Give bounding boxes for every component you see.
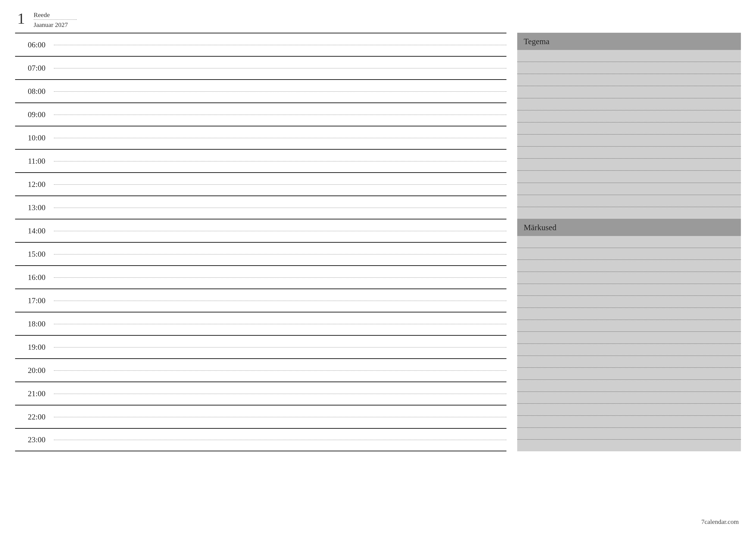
notes-line — [517, 308, 741, 320]
hour-row: 20:00 — [15, 358, 506, 382]
todo-line — [517, 74, 741, 86]
hour-row: 16:00 — [15, 265, 506, 289]
todo-line — [517, 62, 741, 74]
day-number: 1 — [17, 11, 25, 26]
hour-label: 11:00 — [15, 157, 52, 165]
notes-line — [517, 296, 741, 308]
notes-line — [517, 260, 741, 272]
hour-label: 21:00 — [15, 389, 52, 398]
hour-row: 13:00 — [15, 195, 506, 219]
notes-line — [517, 284, 741, 296]
sidebar: Tegema Märkused — [517, 33, 741, 451]
notes-header: Märkused — [517, 219, 741, 236]
notes-line — [517, 428, 741, 440]
notes-line — [517, 416, 741, 428]
todo-line — [517, 50, 741, 62]
hour-label: 22:00 — [15, 412, 52, 421]
hour-row: 23:00 — [15, 428, 506, 451]
hour-label: 19:00 — [15, 343, 52, 352]
month-year-label: Jaanuar 2027 — [34, 21, 77, 28]
notes-line — [517, 272, 741, 284]
todo-line — [517, 195, 741, 207]
hour-schedule: 06:0007:0008:0009:0010:0011:0012:0013:00… — [15, 33, 506, 451]
hour-row: 14:00 — [15, 219, 506, 242]
hour-label: 23:00 — [15, 435, 52, 444]
footer-site: 7calendar.com — [701, 518, 739, 525]
hour-label: 14:00 — [15, 226, 52, 235]
day-meta: Reede Jaanuar 2027 — [34, 11, 77, 28]
planner-content: 06:0007:0008:0009:0010:0011:0012:0013:00… — [15, 33, 741, 451]
hour-row: 22:00 — [15, 405, 506, 428]
hour-label: 13:00 — [15, 203, 52, 212]
hour-row: 09:00 — [15, 103, 506, 126]
hour-row: 12:00 — [15, 172, 506, 195]
notes-line — [517, 320, 741, 332]
todo-line — [517, 183, 741, 195]
notes-lines — [517, 236, 741, 451]
hour-row: 08:00 — [15, 79, 506, 103]
notes-line — [517, 380, 741, 392]
todo-line — [517, 111, 741, 122]
todo-panel: Tegema — [517, 33, 741, 219]
weekday-label: Reede — [34, 11, 77, 20]
notes-line — [517, 236, 741, 248]
todo-lines — [517, 50, 741, 219]
hour-row: 19:00 — [15, 335, 506, 358]
todo-line — [517, 159, 741, 171]
hour-label: 20:00 — [15, 366, 52, 375]
hour-row: 17:00 — [15, 289, 506, 312]
todo-line — [517, 122, 741, 135]
notes-line — [517, 392, 741, 404]
hour-label: 12:00 — [15, 180, 52, 189]
hour-label: 16:00 — [15, 273, 52, 282]
notes-line — [517, 356, 741, 368]
hour-label: 09:00 — [15, 110, 52, 119]
notes-line — [517, 404, 741, 416]
hour-label: 07:00 — [15, 64, 52, 73]
hour-label: 06:00 — [15, 40, 52, 49]
hour-row: 18:00 — [15, 312, 506, 335]
hour-label: 17:00 — [15, 296, 52, 305]
todo-line — [517, 135, 741, 147]
hour-label: 08:00 — [15, 87, 52, 96]
todo-line — [517, 98, 741, 111]
hour-row: 21:00 — [15, 382, 506, 405]
hour-row: 11:00 — [15, 149, 506, 172]
planner-header: 1 Reede Jaanuar 2027 — [15, 11, 741, 28]
hour-label: 15:00 — [15, 249, 52, 259]
hour-row: 10:00 — [15, 126, 506, 149]
hour-row: 07:00 — [15, 56, 506, 79]
todo-header: Tegema — [517, 33, 741, 50]
hour-row: 06:00 — [15, 33, 506, 56]
todo-line — [517, 207, 741, 219]
todo-line — [517, 171, 741, 183]
hour-row: 15:00 — [15, 242, 506, 265]
notes-line — [517, 332, 741, 344]
notes-line — [517, 344, 741, 356]
notes-line — [517, 440, 741, 451]
hour-label: 18:00 — [15, 319, 52, 328]
todo-line — [517, 86, 741, 98]
hour-label: 10:00 — [15, 133, 52, 142]
notes-line — [517, 248, 741, 260]
notes-line — [517, 368, 741, 380]
notes-panel: Märkused — [517, 219, 741, 451]
todo-line — [517, 147, 741, 159]
